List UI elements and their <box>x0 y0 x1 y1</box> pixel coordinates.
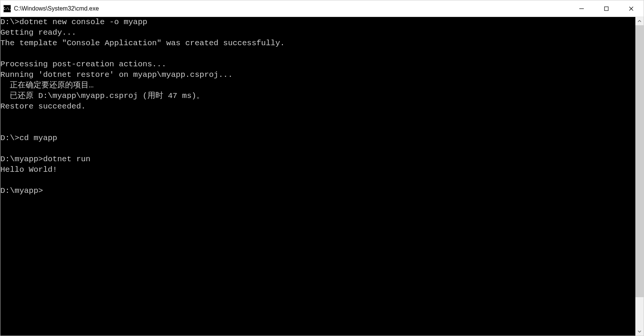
terminal-line <box>0 144 635 154</box>
terminal-output[interactable]: D:\>dotnet new console -o myappGetting r… <box>0 17 635 336</box>
svg-rect-1 <box>605 7 608 11</box>
terminal-line: D:\>cd myapp <box>0 133 635 144</box>
minimize-icon <box>579 6 584 11</box>
window-controls <box>569 0 644 17</box>
scrollbar-track[interactable] <box>635 25 644 327</box>
maximize-button[interactable] <box>594 0 619 17</box>
terminal-line: Hello World! <box>0 165 635 175</box>
window-frame: C:\. C:\Windows\System32\cmd.exe D:\ <box>0 0 644 336</box>
terminal-line <box>0 112 635 122</box>
terminal-line: D:\myapp> <box>0 186 635 196</box>
terminal-line: Restore succeeded. <box>0 101 635 112</box>
terminal-line: The template "Console Application" was c… <box>0 38 635 49</box>
window-title: C:\Windows\System32\cmd.exe <box>14 5 569 12</box>
vertical-scrollbar[interactable] <box>635 17 644 336</box>
terminal-line <box>0 175 635 186</box>
scroll-down-button[interactable] <box>635 327 644 336</box>
terminal-line: Getting ready... <box>0 27 635 38</box>
close-icon <box>629 6 634 11</box>
chevron-down-icon <box>638 330 641 333</box>
app-icon: C:\. <box>3 5 11 12</box>
terminal-line <box>0 122 635 133</box>
terminal-line: 已还原 D:\myapp\myapp.csproj (用时 47 ms)。 <box>0 91 635 101</box>
terminal-line: Processing post-creation actions... <box>0 59 635 70</box>
content-area: D:\>dotnet new console -o myappGetting r… <box>0 17 644 336</box>
maximize-icon <box>604 6 609 11</box>
scrollbar-thumb[interactable] <box>635 25 644 297</box>
titlebar[interactable]: C:\. C:\Windows\System32\cmd.exe <box>0 0 644 17</box>
scroll-up-button[interactable] <box>635 17 644 25</box>
terminal-line: Running 'dotnet restore' on myapp\myapp.… <box>0 70 635 80</box>
minimize-button[interactable] <box>569 0 594 17</box>
terminal-line: 正在确定要还原的项目… <box>0 80 635 91</box>
terminal-line: D:\>dotnet new console -o myapp <box>0 17 635 27</box>
terminal-line: D:\myapp>dotnet run <box>0 154 635 165</box>
close-button[interactable] <box>619 0 644 17</box>
terminal-line <box>0 49 635 59</box>
chevron-up-icon <box>638 19 641 23</box>
